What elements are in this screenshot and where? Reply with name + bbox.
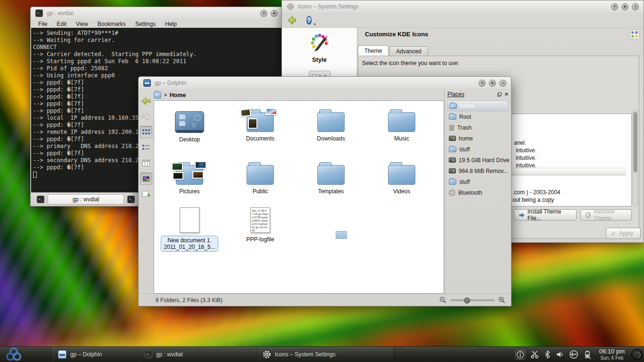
folder-icon xyxy=(388,165,415,185)
maximize-button[interactable]: ■ xyxy=(271,10,278,17)
tab-advanced[interactable]: Advanced xyxy=(389,46,428,57)
task-button-wvdial[interactable]: >_ gp : wvdial xyxy=(140,347,257,362)
theme-list-item-fragment[interactable]: intuitive. xyxy=(516,155,537,161)
back-icon xyxy=(140,97,152,106)
place-item-bluetooth[interactable]: Bluetooth xyxy=(447,187,508,198)
folder-item-pictures[interactable]: Pictures xyxy=(157,157,223,195)
task-button-dolphin[interactable]: gp – Dolphin xyxy=(53,347,140,362)
folder-item-videos[interactable]: Videos xyxy=(369,157,435,195)
places-title: Places xyxy=(447,91,464,98)
details-view-icon xyxy=(142,144,150,151)
zoom-slider[interactable] xyxy=(450,299,495,301)
close-button[interactable]: × xyxy=(632,3,639,10)
place-item-hard-drive[interactable]: 19.5 GiB Hard Drive xyxy=(447,155,508,165)
system-tray: 06:10 pm Sun, 6 Feb xyxy=(515,347,631,362)
forward-icon xyxy=(140,112,152,121)
file-item-new-document[interactable]: New document 1. 2011_01_20_16_5... xyxy=(157,203,223,252)
overview-icon[interactable] xyxy=(630,30,639,39)
syssettings-titlebar[interactable]: Icons – System Settings ▾ ■ × xyxy=(282,0,644,13)
maximize-button[interactable]: ■ xyxy=(489,80,496,87)
folder-item-desktop[interactable]: Desktop xyxy=(157,105,223,143)
folder-icon xyxy=(317,112,345,132)
device-notifier-usb-icon[interactable] xyxy=(569,350,578,359)
panel-toolbox-icon[interactable] xyxy=(631,349,643,360)
details-view-button[interactable] xyxy=(140,141,152,154)
columns-view-button[interactable] xyxy=(140,157,152,169)
minimize-button[interactable]: ▾ xyxy=(479,80,486,87)
minimize-button[interactable]: ▾ xyxy=(260,10,267,17)
place-item-trash[interactable]: Trash xyxy=(447,122,508,133)
new-tab-button[interactable]: >_ xyxy=(35,194,46,205)
taskbar-panel: gp – Dolphin >_ gp : wvdial Icons – Syst… xyxy=(0,346,644,362)
home-breadcrumb-icon[interactable] xyxy=(154,92,161,99)
install-icon xyxy=(519,212,525,218)
menu-item-help[interactable]: Help xyxy=(165,21,177,27)
theme-list-item-fragment[interactable]: anel. xyxy=(514,140,526,146)
theme-list-item-fragment[interactable]: intuitive. xyxy=(516,147,537,154)
klipper-scissors-icon[interactable] xyxy=(530,350,539,359)
bluetooth-gear-icon xyxy=(449,189,455,196)
folder-icon xyxy=(388,112,415,132)
place-item-removable[interactable]: 964.8 MiB Remov... xyxy=(447,165,508,176)
dolphin-title: gp – Dolphin xyxy=(155,80,186,86)
help-button[interactable]: ? xyxy=(306,16,312,25)
document-file-icon xyxy=(180,207,199,233)
folder-view[interactable]: Desktop Documents Downloads Music xyxy=(154,100,444,294)
check-icon: ✓ xyxy=(611,230,616,237)
breadcrumb-home[interactable]: Home xyxy=(170,92,186,99)
float-panel-icon[interactable] xyxy=(497,92,502,97)
dolphin-titlebar[interactable]: gp – Dolphin ▾ ■ × xyxy=(139,77,511,89)
folder-item-public[interactable]: Public xyxy=(227,157,293,195)
folder-item-downloads[interactable]: Downloads xyxy=(298,105,364,142)
list-scrollbar[interactable] xyxy=(633,110,638,206)
terminal-tab[interactable]: gp : wvdial xyxy=(48,194,124,205)
terminal-icon: >_ xyxy=(37,196,44,203)
clock[interactable]: 06:10 pm Sun, 6 Feb xyxy=(596,348,627,361)
menu-item-edit[interactable]: Edit xyxy=(57,21,66,27)
menu-item-view[interactable]: View xyxy=(76,21,88,27)
volume-icon[interactable] xyxy=(556,351,564,358)
folder-item-music[interactable]: Music xyxy=(369,105,435,142)
icons-view-button[interactable] xyxy=(140,126,152,138)
tab-theme[interactable]: Theme xyxy=(358,45,388,57)
forward-button[interactable] xyxy=(140,110,152,123)
install-theme-button[interactable]: Install Theme File... xyxy=(514,209,577,221)
folder-item-templates[interactable]: Templates xyxy=(298,157,364,195)
hard-drive-icon xyxy=(449,136,456,141)
place-item-root[interactable]: Root xyxy=(447,111,508,122)
zoom-slider-handle[interactable] xyxy=(464,297,470,304)
place-item-home[interactable]: Home xyxy=(447,100,508,111)
tab-action-button[interactable]: >_ xyxy=(126,194,136,205)
desktop-folder-icon xyxy=(175,111,204,133)
maximize-button[interactable]: ■ xyxy=(621,3,628,10)
preview-button[interactable] xyxy=(140,173,152,185)
minimize-button[interactable]: ▾ xyxy=(611,3,618,10)
menu-item-file[interactable]: File xyxy=(38,21,47,27)
scrollbar-thumb[interactable] xyxy=(634,112,637,173)
menu-item-bookmarks[interactable]: Bookmarks xyxy=(98,21,126,27)
battery-monitor-icon[interactable] xyxy=(584,350,591,359)
drag-ghost-icon xyxy=(336,231,347,239)
zoom-out-icon[interactable] xyxy=(439,296,446,304)
place-item-home-partition[interactable]: home xyxy=(447,133,508,144)
file-item-ppp-logfile[interactable]: Jan 17 09:47:18 gp-Aspire-5738 pppd[1946… xyxy=(227,203,293,243)
remove-theme-button[interactable]: Remove Theme xyxy=(580,209,632,221)
konsole-titlebar[interactable]: >_ gp : wvdial ▾ ■ xyxy=(31,7,282,19)
menu-item-settings[interactable]: Settings xyxy=(135,21,156,27)
zoom-in-icon[interactable] xyxy=(498,296,505,304)
back-button[interactable] xyxy=(140,95,152,107)
bluetooth-icon[interactable] xyxy=(544,350,551,359)
app-launcher-button[interactable] xyxy=(0,347,27,362)
folder-item-documents[interactable]: Documents xyxy=(227,105,293,142)
close-button[interactable]: × xyxy=(499,80,506,87)
place-item-stuff[interactable]: stuff xyxy=(447,144,508,155)
place-item-stuff-2[interactable]: stuff xyxy=(447,176,508,187)
style-category-icon xyxy=(309,33,330,54)
task-button-system-settings[interactable]: Icons – System Settings xyxy=(257,347,394,362)
apply-button[interactable]: ✓ Apply xyxy=(606,228,641,239)
back-button[interactable] xyxy=(287,15,300,25)
split-view-button[interactable] xyxy=(140,188,152,200)
style-category[interactable]: Style xyxy=(282,33,357,63)
notifications-info-icon[interactable] xyxy=(515,350,525,360)
close-panel-icon[interactable]: × xyxy=(504,92,508,97)
